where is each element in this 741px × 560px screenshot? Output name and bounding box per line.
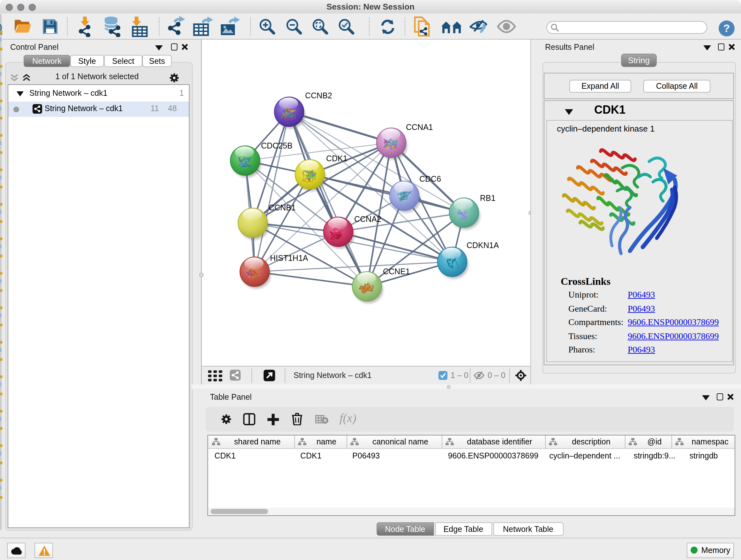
- svg-text:CCNE1: CCNE1: [383, 267, 410, 276]
- svg-text:CDC6: CDC6: [419, 174, 441, 183]
- svg-text:CDKN1A: CDKN1A: [467, 241, 499, 250]
- svg-text:CCNB1: CCNB1: [269, 203, 296, 212]
- svg-text:CCNA2: CCNA2: [354, 214, 381, 224]
- svg-text:HIST1H1A: HIST1H1A: [270, 253, 308, 262]
- svg-text:CDK1: CDK1: [326, 154, 347, 163]
- svg-text:CCNB2: CCNB2: [305, 91, 332, 100]
- svg-text:RB1: RB1: [480, 193, 495, 202]
- svg-text:CDC25B: CDC25B: [261, 141, 293, 150]
- svg-text:CCNA1: CCNA1: [406, 123, 433, 132]
